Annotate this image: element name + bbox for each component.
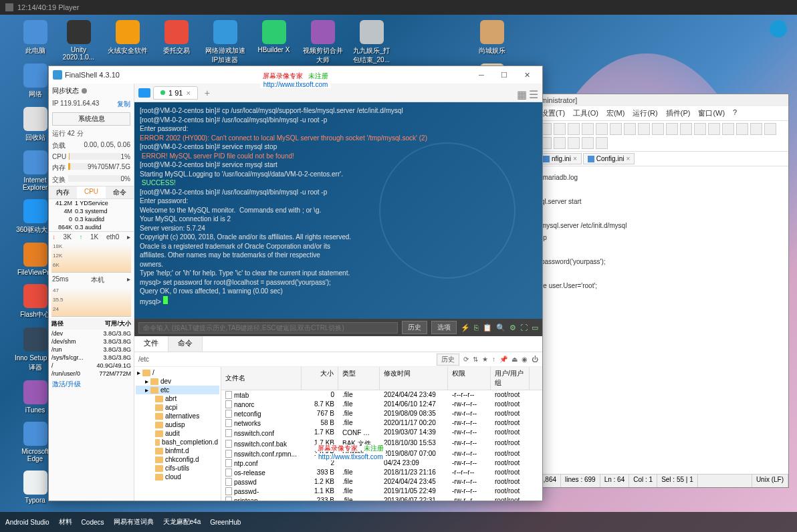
desktop-icon[interactable]: 火绒安全软件 — [106, 20, 149, 65]
file-row[interactable]: nsswitch.conf.bak1.7 KBBAK 文件2018/10/30 … — [221, 438, 542, 449]
path-row[interactable]: /sys/fs/cgr...3.8G/3.8G — [49, 354, 134, 362]
col-perm[interactable]: 权限 — [448, 367, 491, 390]
power-icon[interactable]: ⏻ — [532, 356, 538, 363]
bookmark-icon[interactable]: ★ — [482, 356, 488, 363]
session-tab[interactable]: 1 91× — [153, 86, 198, 100]
process-row[interactable]: 00.3 kauditd — [49, 215, 134, 223]
tab-cpu[interactable]: CPU — [77, 186, 105, 198]
tree-node[interactable]: cloud — [136, 473, 219, 481]
close-icon[interactable]: × — [573, 155, 577, 162]
process-row[interactable]: 864K0.3 auditd — [49, 223, 134, 231]
taskbar-item[interactable]: 天龙麻配e4a — [163, 517, 201, 527]
path-row[interactable]: /run3.8G/3.8G — [49, 346, 134, 354]
copy-icon[interactable]: ⎘ — [474, 323, 479, 331]
menu-item[interactable]: 设置(T) — [541, 108, 565, 118]
refresh-icon[interactable]: ⟳ — [463, 356, 469, 363]
taskbar-item[interactable]: 网易有道词典 — [114, 517, 154, 527]
menu-item[interactable]: 窗口(W) — [698, 108, 725, 118]
pin-icon[interactable]: 📌 — [499, 356, 507, 363]
toolbar-button[interactable] — [666, 123, 678, 135]
toolbar-button[interactable] — [764, 123, 776, 135]
taskbar-item[interactable]: Codecs — [82, 519, 104, 526]
menu-item[interactable]: 宏(M) — [606, 108, 625, 118]
desktop-icon[interactable]: 视频剪切合并 大师 — [301, 20, 344, 65]
desktop-icon[interactable]: 委托交易 — [154, 20, 198, 65]
list-view-icon[interactable]: ☰ — [529, 88, 538, 98]
options-button[interactable]: 选项 — [431, 321, 457, 334]
folder-icon[interactable] — [138, 88, 150, 98]
minimize-button[interactable]: ─ — [470, 68, 493, 82]
toolbar-button[interactable] — [708, 123, 720, 135]
tab-files[interactable]: 文件 — [134, 336, 168, 352]
paste-icon[interactable]: 📋 — [483, 323, 492, 332]
toolbar-button[interactable] — [638, 123, 650, 135]
path-row[interactable]: /run/user/0772M/772M — [49, 370, 134, 378]
finalshell-titlebar[interactable]: FinalShell 4.3.10 ─ ☐ ✕ — [49, 66, 542, 84]
file-row[interactable]: netconfig767 B.file2019/08/09 08:35-rw-r… — [221, 409, 542, 418]
transfer-icon[interactable]: ⇅ — [473, 356, 478, 363]
taskbar-item[interactable]: 材料 — [59, 517, 72, 527]
file-row[interactable]: nsswitch.conf.rpmn...1.9 KBRPMNEW...2019… — [221, 449, 542, 458]
menu-item[interactable]: 工具(O) — [573, 108, 598, 118]
tree-node[interactable]: cifs-utils — [136, 464, 219, 473]
activate-link[interactable]: 激活/升级 — [49, 378, 134, 391]
path-row[interactable]: /dev/shm3.8G/3.8G — [49, 338, 134, 346]
hidden-icon[interactable]: ◉ — [522, 356, 528, 363]
toolbar-button[interactable] — [554, 137, 566, 149]
desktop-icon[interactable]: 此电脑 — [13, 20, 57, 55]
desktop-icon[interactable]: Unity 2020.1.0... — [57, 20, 100, 65]
desktop-icon[interactable]: 尚城娱乐 — [470, 20, 514, 55]
file-row[interactable]: passwd-1.1 KB.file2019/11/05 22:49-rw-r-… — [221, 487, 542, 496]
process-row[interactable]: 41.2M1 YDService — [49, 199, 134, 207]
tree-node[interactable]: chkconfig.d — [136, 455, 219, 464]
gear-icon[interactable]: ⚙ — [509, 323, 516, 332]
toolbar-button[interactable] — [568, 137, 580, 149]
close-icon[interactable]: × — [626, 155, 630, 162]
toolbar-button[interactable] — [722, 123, 734, 135]
path-history-button[interactable]: 历史 — [437, 354, 459, 366]
file-row[interactable]: passwd1.2 KB.file2024/04/24 23:45-rw-r--… — [221, 477, 542, 487]
copy-button[interactable]: 复制 — [117, 100, 130, 109]
toolbar-button[interactable] — [624, 123, 636, 135]
col-type[interactable]: 类型 — [338, 367, 380, 390]
tree-node[interactable]: alternatives — [136, 412, 219, 420]
expand-icon[interactable]: ⛶ — [520, 323, 528, 331]
current-path[interactable]: /etc — [138, 356, 433, 363]
tree-node[interactable]: ▸dev — [136, 377, 219, 386]
file-row[interactable]: printcap233 B.file2013/06/07 22:31-rw-r-… — [221, 496, 542, 501]
toolbar-button[interactable] — [750, 123, 762, 135]
toolbar-button[interactable] — [554, 123, 566, 135]
upload-icon[interactable]: ↑ — [492, 356, 495, 363]
tree-node[interactable]: audisp — [136, 420, 219, 429]
tree-node[interactable]: binfmt.d — [136, 446, 219, 455]
toolbar-button[interactable] — [582, 123, 594, 135]
desktop-icon[interactable]: HBuilder X — [252, 20, 296, 65]
col-user[interactable]: 用户/用户组 — [491, 367, 530, 390]
tree-node[interactable]: ▸/ — [136, 368, 219, 377]
history-button[interactable]: 历史 — [402, 321, 427, 334]
taskbar-item[interactable]: Android Studio — [5, 519, 49, 526]
file-row[interactable]: mtab0.file2024/04/24 23:49-r--r--r--root… — [221, 390, 542, 400]
toolbar-button[interactable] — [568, 123, 580, 135]
path-row[interactable]: /40.9G/49.1G — [49, 362, 134, 370]
file-list[interactable]: 文件名 大小 类型 修改时间 权限 用户/用户组 mtab0.file2024/… — [221, 367, 542, 501]
toolbar-button[interactable] — [582, 137, 594, 149]
grid-view-icon[interactable]: ▦ — [517, 88, 526, 98]
editor-tab[interactable]: Config.ini× — [583, 153, 635, 164]
tab-memory[interactable]: 内存 — [49, 186, 77, 198]
tree-node[interactable]: abrt — [136, 394, 219, 403]
tree-node[interactable]: acpi — [136, 403, 219, 412]
editor-tab[interactable]: nfig.ini× — [538, 153, 582, 164]
search-icon[interactable]: 🔍 — [496, 323, 505, 332]
menu-item[interactable]: 运行(R) — [633, 108, 657, 118]
eject-icon[interactable]: ⏏ — [511, 356, 518, 363]
close-tab-icon[interactable]: × — [186, 89, 190, 97]
command-input[interactable] — [138, 322, 398, 334]
toolbar-button[interactable] — [680, 123, 692, 135]
desktop-icon[interactable]: 九九娱乐_打包结束_20... — [350, 20, 393, 65]
path-row[interactable]: /dev3.8G/3.8G — [49, 329, 134, 338]
col-size[interactable]: 大小 — [302, 367, 338, 390]
tree-node[interactable]: bash_completion.d — [136, 438, 219, 446]
close-button[interactable]: ✕ — [516, 68, 538, 82]
file-row[interactable]: networks58 B.file2020/11/17 00:20-rw-r--… — [221, 418, 542, 428]
